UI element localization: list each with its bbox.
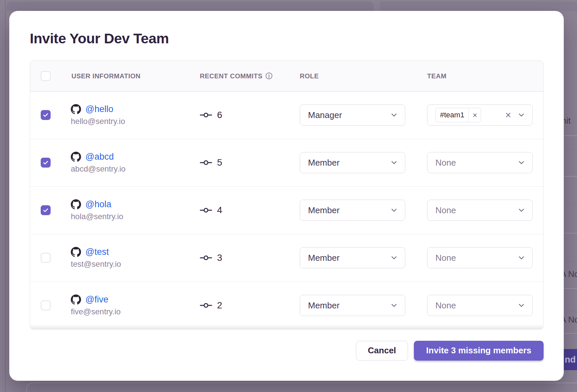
commit-count: 3: [217, 253, 222, 263]
background-row-divider: [562, 136, 577, 136]
team-select[interactable]: None: [427, 247, 533, 268]
table-row: @test test@sentry.io 3 Member None: [30, 234, 543, 282]
github-handle-link[interactable]: @hola: [85, 199, 111, 210]
cancel-button[interactable]: Cancel: [356, 341, 408, 361]
team-tag-pill: #team1: [435, 108, 481, 122]
recent-commits-cell: 4: [200, 205, 222, 216]
column-header-role: ROLE: [300, 72, 319, 80]
column-header-recent-commits: RECENT COMMITS: [200, 72, 273, 80]
recent-commits-cell: 5: [200, 157, 222, 168]
background-page-edge: [5, 0, 6, 392]
role-select[interactable]: Member: [300, 247, 405, 268]
user-information-cell: @test test@sentry.io: [71, 247, 121, 269]
table-row: @hola hola@sentry.io 4 Member None: [30, 186, 543, 234]
checkmark-icon: [42, 159, 49, 166]
role-select-value: Member: [308, 205, 390, 216]
user-email: test@sentry.io: [71, 259, 121, 269]
github-icon: [71, 247, 81, 257]
role-select-value: Member: [308, 253, 390, 263]
team-select-value: None: [435, 158, 517, 168]
background-row-divider: [562, 261, 577, 261]
user-information-cell: @hello hello@sentry.io: [71, 104, 125, 126]
commit-count: 6: [217, 110, 222, 120]
user-information-cell: @five five@sentry.io: [71, 294, 121, 316]
background-page-header-block: [7, 2, 374, 11]
commit-count: 5: [217, 157, 222, 168]
row-checkbox[interactable]: [41, 110, 51, 120]
background-row-divider: [562, 176, 577, 176]
checkmark-icon: [42, 207, 49, 214]
table-rows: @hello hello@sentry.io 6 Manager: [30, 92, 543, 329]
github-icon: [71, 104, 81, 114]
github-handle-link[interactable]: @five: [85, 294, 108, 305]
git-commit-icon: [200, 111, 212, 119]
git-commit-icon: [200, 254, 212, 261]
chevron-down-icon: [517, 301, 526, 310]
role-select-value: Member: [308, 158, 390, 168]
chevron-down-icon: [390, 111, 398, 119]
recent-commits-cell: 2: [200, 300, 222, 311]
role-select[interactable]: Member: [300, 152, 405, 173]
team-select-value: None: [435, 205, 517, 216]
screen: { "modal": { "title": "Invite Your Dev T…: [0, 0, 577, 392]
chevron-down-icon: [517, 206, 526, 215]
table-row: @abcd abcd@sentry.io 5 Member None: [30, 139, 543, 186]
team-select-value: None: [435, 300, 517, 311]
background-row-divider: [562, 333, 577, 333]
team-select[interactable]: None: [427, 152, 533, 173]
select-all-checkbox[interactable]: [41, 71, 51, 81]
team-select-value: None: [435, 253, 517, 263]
invite-dev-team-modal: Invite Your Dev Team USER INFORMATION RE…: [9, 11, 564, 381]
user-email: abcd@sentry.io: [71, 164, 125, 174]
chevron-down-icon: [390, 301, 398, 310]
recent-commits-cell: 3: [200, 253, 222, 263]
git-commit-icon: [200, 302, 212, 309]
recent-commits-cell: 6: [200, 110, 222, 120]
row-checkbox[interactable]: [41, 253, 51, 263]
checkmark-icon: [42, 112, 49, 118]
github-icon: [71, 199, 81, 210]
team-select[interactable]: None: [427, 200, 533, 221]
role-select[interactable]: Manager: [300, 104, 405, 126]
user-email: hola@sentry.io: [71, 212, 123, 221]
table-header: USER INFORMATION RECENT COMMITS ROLE TEA…: [30, 61, 543, 92]
github-handle-link[interactable]: @hello: [85, 104, 113, 114]
invite-members-button[interactable]: Invite 3 missing members: [414, 341, 544, 361]
github-handle-link[interactable]: @abcd: [85, 152, 114, 162]
info-icon[interactable]: [265, 72, 273, 80]
members-table: USER INFORMATION RECENT COMMITS ROLE TEA…: [30, 60, 544, 330]
background-panel-outline: [26, 383, 577, 392]
commit-count: 2: [217, 300, 222, 311]
chevron-down-icon: [390, 206, 398, 215]
role-select[interactable]: Member: [300, 200, 405, 221]
modal-title: Invite Your Dev Team: [30, 30, 544, 47]
team-clear-icon[interactable]: [505, 111, 512, 119]
user-email: hello@sentry.io: [71, 117, 125, 126]
role-select-value: Manager: [308, 110, 390, 120]
column-header-user-information: USER INFORMATION: [71, 72, 141, 80]
chevron-down-icon: [390, 158, 398, 167]
modal-footer: Cancel Invite 3 missing members: [30, 341, 544, 361]
role-select[interactable]: Member: [300, 295, 405, 316]
table-row: @five five@sentry.io 2 Member None: [30, 282, 543, 329]
background-row-divider: [562, 204, 577, 204]
remove-team-icon[interactable]: [468, 108, 481, 122]
chevron-down-icon: [517, 158, 526, 167]
github-icon: [71, 152, 81, 162]
row-checkbox[interactable]: [41, 158, 51, 168]
role-select-value: Member: [308, 300, 390, 311]
team-select[interactable]: None: [427, 295, 533, 316]
commit-count: 4: [217, 205, 222, 216]
github-handle-link[interactable]: @test: [85, 247, 109, 257]
team-tag-label: #team1: [436, 111, 468, 119]
table-row: @hello hello@sentry.io 6 Manager: [30, 92, 543, 139]
git-commit-icon: [200, 207, 212, 214]
row-checkbox[interactable]: [41, 205, 51, 215]
column-header-team: TEAM: [427, 72, 447, 80]
user-information-cell: @abcd abcd@sentry.io: [71, 152, 125, 174]
team-select[interactable]: #team1: [427, 104, 533, 126]
github-icon: [71, 294, 81, 305]
row-checkbox[interactable]: [41, 300, 51, 310]
user-email: five@sentry.io: [71, 307, 121, 316]
background-row-divider: [562, 312, 577, 312]
